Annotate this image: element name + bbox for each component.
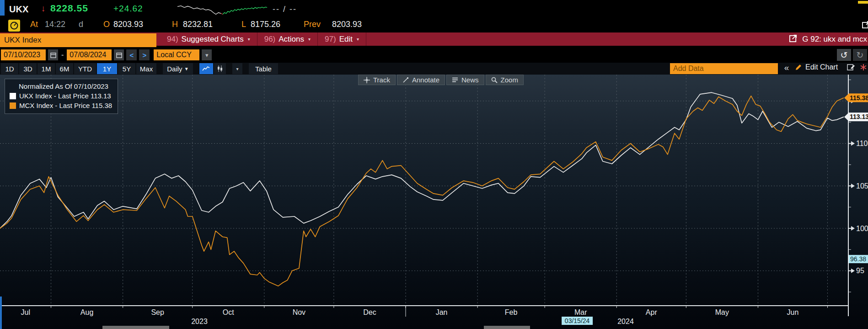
- line-chart-icon: [202, 65, 210, 72]
- prev-label: Prev: [304, 20, 321, 29]
- period-tab-1d[interactable]: 1D: [1, 63, 18, 74]
- magnifier-icon: [491, 77, 498, 83]
- x-month-label: Feb: [505, 308, 518, 316]
- bid-ask-value: -- / --: [273, 5, 297, 14]
- menu-suggested-charts[interactable]: 94) Suggested Charts ▾: [160, 32, 257, 46]
- y-tick-arrow-icon: [851, 269, 855, 273]
- intraday-sparkline: [170, 3, 275, 16]
- caret-down-icon: ▼: [184, 66, 189, 71]
- chart-type-more-dropdown[interactable]: ▾: [232, 63, 242, 74]
- y-tick-label: 95: [856, 267, 864, 275]
- currency-select[interactable]: Local CCY: [154, 49, 199, 60]
- range-back-button[interactable]: <: [126, 49, 137, 60]
- period-tab-3d[interactable]: 3D: [19, 63, 37, 74]
- track-label: Track: [373, 76, 390, 84]
- settings-asterisk-icon[interactable]: [860, 64, 867, 71]
- chevron-down-icon: ▾: [308, 37, 311, 42]
- top-right-tab-fragment: [858, 1, 868, 4]
- window-edge-fragment: [484, 326, 530, 329]
- table-button[interactable]: Table: [249, 63, 278, 74]
- collapse-panel-button[interactable]: «: [781, 63, 793, 73]
- x-month-label: Jun: [787, 308, 799, 316]
- y-tick-label: 100: [856, 225, 868, 232]
- y-tick-label: 105: [856, 182, 868, 190]
- legend-label-ukx: UKX Index - Last Price 113.13: [19, 91, 111, 101]
- security-field[interactable]: UKX Index: [0, 33, 156, 47]
- high-value: 8232.81: [183, 20, 213, 29]
- mcx-swatch: [10, 102, 16, 109]
- date-from-input[interactable]: [1, 49, 46, 60]
- session-flag: d: [79, 20, 83, 29]
- legend-label-mcx: MCX Index - Last Price 115.38: [19, 101, 112, 110]
- menu-item-label: Suggested Charts: [182, 35, 244, 44]
- period-tab-ytd[interactable]: YTD: [74, 63, 96, 74]
- chart-legend: Normalized As Of 07/10/2023 UKX Index - …: [5, 79, 118, 114]
- ukx-price-line: [0, 92, 844, 228]
- price-chart[interactable]: 95100105110JulAugSepOctNovDecJanFebMarAp…: [0, 75, 868, 329]
- annotate-pencil-icon: [402, 77, 409, 83]
- sparkline-red-segment: [221, 13, 223, 14]
- last-price-tag-label: 115.38: [850, 94, 868, 102]
- track-button[interactable]: Track: [358, 75, 396, 85]
- currency-dropdown-icon[interactable]: ▾: [202, 49, 212, 60]
- chart-title: G 92: ukx and mcx: [802, 35, 867, 44]
- launch-chart-icon[interactable]: [789, 34, 798, 44]
- period-tab-max[interactable]: Max: [136, 63, 156, 74]
- legend-row-mcx[interactable]: MCX Index - Last Price 115.38: [10, 101, 112, 110]
- redo-button[interactable]: ↻: [853, 49, 867, 61]
- x-month-label: Dec: [363, 308, 376, 316]
- line-chart-type-button[interactable]: [199, 63, 213, 74]
- x-month-label: Aug: [80, 308, 93, 316]
- chevron-down-icon: ▾: [248, 37, 250, 42]
- x-month-label: Jan: [436, 308, 448, 316]
- last-price: 8228.55: [50, 3, 88, 14]
- period-tab-1y[interactable]: 1Y: [97, 63, 117, 74]
- news-lines-icon: [452, 77, 458, 83]
- period-tab-1m[interactable]: 1M: [38, 63, 55, 74]
- x-month-label: Sep: [151, 308, 164, 316]
- candle-chart-type-button[interactable]: [214, 63, 226, 74]
- y-tick-arrow-icon: [851, 183, 855, 188]
- news-button[interactable]: News: [446, 75, 484, 85]
- undo-button[interactable]: ↺: [837, 49, 851, 61]
- add-data-input[interactable]: [670, 63, 778, 74]
- menu-item-label: Actions: [279, 35, 304, 44]
- sparkline-white-segment: [177, 6, 221, 15]
- menu-actions[interactable]: 96) Actions ▾: [257, 32, 318, 46]
- range-forward-button[interactable]: >: [139, 49, 150, 60]
- ticker-symbol: UKX: [9, 4, 28, 15]
- edit-chart-button[interactable]: Edit Chart: [795, 63, 838, 71]
- period-tab-5y[interactable]: 5Y: [118, 63, 135, 74]
- prev-value: 8203.93: [332, 20, 362, 29]
- x-month-label: Apr: [646, 308, 658, 316]
- price-change: +24.62: [113, 4, 143, 14]
- frequency-dropdown[interactable]: Daily ▼: [163, 63, 193, 74]
- calendar-icon[interactable]: [114, 49, 124, 60]
- popout-icon[interactable]: [862, 20, 868, 31]
- legend-row-ukx[interactable]: UKX Index - Last Price 113.13: [10, 91, 112, 101]
- quote-header-row: UKX ↓ 8228.55 +24.62 -- / --: [0, 1, 868, 18]
- chart-settings-icon[interactable]: [847, 63, 855, 71]
- annotate-button[interactable]: Annotate: [397, 75, 445, 85]
- menu-item-number: 96): [264, 35, 276, 44]
- zoom-button[interactable]: Zoom: [486, 75, 524, 85]
- legend-title: Normalized As Of 07/10/2023: [10, 81, 112, 91]
- chart-area[interactable]: 95100105110JulAugSepOctNovDecJanFebMarAp…: [0, 75, 868, 329]
- annotate-label: Annotate: [412, 76, 439, 84]
- menu-edit[interactable]: 97) Edit ▾: [318, 32, 366, 46]
- news-label: News: [461, 76, 479, 84]
- quote-time: 14:22: [45, 20, 65, 29]
- candlestick-icon: [217, 65, 223, 72]
- cursor-date-label: 03/15/24: [565, 317, 590, 324]
- at-label: At: [30, 20, 38, 29]
- y-tick-label: 110: [856, 140, 868, 147]
- gauge-icon: [8, 20, 20, 32]
- calendar-icon[interactable]: [48, 49, 58, 60]
- period-tab-6m[interactable]: 6M: [56, 63, 73, 74]
- date-to-input[interactable]: [67, 49, 112, 60]
- open-value: 8203.93: [113, 20, 143, 29]
- crosshair-icon: [364, 77, 370, 83]
- date-separator: -: [60, 51, 64, 59]
- x-month-label: Oct: [223, 308, 234, 316]
- ukx-swatch: [10, 93, 16, 99]
